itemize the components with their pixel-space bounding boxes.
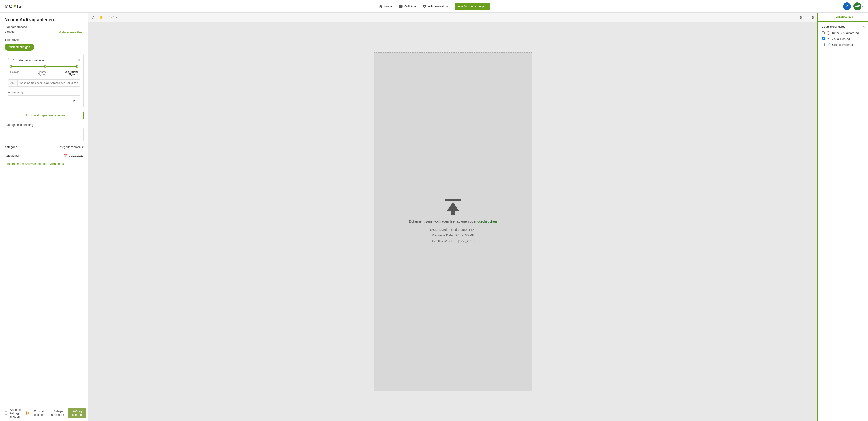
info-icon[interactable]: i — [26, 411, 29, 415]
user-menu[interactable]: AW ▾ — [854, 2, 864, 10]
vorlage-label: Vorlage — [4, 30, 14, 33]
logo-is: IS — [17, 3, 22, 9]
right-tabs: PLATZHALTER — [818, 13, 868, 22]
tab-platzhalter[interactable]: PLATZHALTER — [818, 13, 868, 22]
hand-tool-button[interactable]: ✋ — [98, 15, 104, 20]
upload-icon — [445, 199, 461, 216]
auftragsbeschreibung-label: Auftragsbeschreibung — [4, 123, 84, 126]
privat-row: privat — [8, 98, 80, 102]
vis-checkbox-none[interactable] — [822, 31, 825, 34]
vis-checkbox-vis[interactable] — [822, 37, 825, 40]
sig-labels: Freigabe EinfacheSignatur QualifizierteS… — [10, 71, 78, 76]
logo-mo: MO — [4, 3, 12, 9]
anmerkung-input[interactable] — [8, 89, 80, 96]
upload-arrow — [446, 202, 459, 211]
ablaufdatum-label: Ablaufdatum — [4, 154, 21, 157]
upload-top-bar — [445, 199, 461, 201]
logo: MO×IS — [4, 3, 22, 10]
empfaenger-doc-link[interactable]: Empfänger des unterschriebenen Dokuments — [4, 162, 64, 166]
kategorie-row: Kategorie Kategorie wählen ▾ — [4, 145, 84, 151]
send-button[interactable]: Auftrag senden — [68, 408, 86, 418]
entwurf-button[interactable]: Entwurf speichern — [31, 408, 47, 418]
upload-info: Diese Dateien sind erlaubt: PDF Maximale… — [430, 227, 475, 244]
decision-title: 1. Entscheidungsebene — [13, 59, 76, 62]
sig-dot-einfach — [42, 65, 46, 68]
nav-administration[interactable]: Administration — [423, 4, 448, 8]
home-icon — [379, 4, 383, 8]
close-decision-button[interactable]: × — [78, 58, 80, 62]
pdf-toolbar: A ✋ ‹ 1 / 1 ▾ › ⊕ ⛶ ⊖ — [88, 13, 817, 22]
an-row: AN: — [8, 79, 80, 87]
an-input[interactable] — [18, 80, 80, 86]
pdf-page-info: 1 / 1 — [109, 16, 115, 19]
kategorie-label: Kategorie — [4, 145, 17, 149]
standardprozess-label: Standardprozess — [4, 25, 84, 29]
right-panel: PLATZHALTER Visualisierungsart ∧ 🚫 Keine… — [818, 13, 868, 421]
help-button[interactable]: ? — [843, 2, 851, 10]
browse-link[interactable]: durchsuchen — [477, 219, 497, 223]
an-label: AN: — [8, 80, 18, 86]
logo-x: × — [13, 3, 16, 10]
add-level-button[interactable]: + Entscheidungsebene anlegen — [4, 111, 84, 119]
bottom-bar: Weiteren Auftrag anlegen i Entwurf speic… — [0, 405, 88, 421]
decision-card: ⠿ 1. Entscheidungsebene × Freigab — [4, 54, 84, 108]
pdf-content[interactable]: Dokument zum Hochladen hier ablegen oder… — [88, 22, 817, 421]
empfaenger-label: Empfänger* — [4, 38, 84, 41]
signature-slider[interactable]: Freigabe EinfacheSignatur QualifizierteS… — [8, 66, 80, 76]
vis-label-sheet: Unterschriftenblatt — [832, 43, 856, 47]
nav-links: Home Aufträge Administration + + Auftrag… — [32, 3, 836, 10]
main-layout: Neuen Auftrag anlegen Standardprozess Vo… — [0, 13, 868, 421]
page-title: Neuen Auftrag anlegen — [4, 17, 84, 23]
sig-label-qualifiziert: QualifizierteSignatur — [65, 71, 78, 76]
weiteren-checkbox[interactable] — [4, 412, 7, 415]
nav-auftraege[interactable]: Aufträge — [399, 4, 416, 8]
vorlage-button[interactable]: Vorlage speichern — [50, 408, 66, 418]
user-avatar[interactable]: AW — [854, 2, 861, 10]
privat-label: privat — [73, 98, 80, 102]
zoom-in-button[interactable]: ⊕ — [799, 15, 802, 20]
add-me-button[interactable]: Mich hinzufügen — [4, 43, 34, 51]
text-tool-button[interactable]: A — [92, 15, 95, 20]
auftragsbeschreibung-textarea[interactable] — [4, 128, 84, 142]
no-eye-icon: 🚫 — [827, 31, 830, 35]
ablaufdatum-value: 09.12.2023 — [69, 154, 84, 157]
left-panel-content: Neuen Auftrag anlegen Standardprozess Vo… — [0, 13, 88, 405]
sig-dot-qualifiziert — [75, 65, 78, 68]
vis-label-none: Keine Visualisierung — [832, 31, 859, 35]
chevron-down-kategorie-icon: ▾ — [82, 145, 84, 149]
upload-info-pdf: Diese Dateien sind erlaubt: PDF — [430, 227, 475, 233]
navbar: MO×IS Home Aufträge Administration + + A… — [0, 0, 868, 13]
fullscreen-button[interactable]: ⛶ — [805, 16, 809, 20]
decision-card-header: ⠿ 1. Entscheidungsebene × — [8, 58, 80, 63]
next-page-button[interactable]: › — [118, 16, 119, 20]
vis-option-sheet[interactable]: 📄 Unterschriftenblatt — [822, 43, 865, 47]
right-panel-content: Visualisierungsart ∧ 🚫 Keine Visualisier… — [818, 22, 868, 52]
drag-handle[interactable]: ⠿ — [8, 58, 11, 63]
privat-checkbox[interactable] — [68, 99, 71, 102]
doc-icon: 📄 — [827, 43, 830, 47]
chevron-down-icon: ▾ — [862, 5, 864, 8]
upload-arrow-shaft — [451, 210, 455, 215]
upload-info-size: Maximale Datei Größe: 50 MB — [430, 233, 475, 238]
sig-label-einfach: EinfacheSignatur — [38, 71, 46, 76]
vorlage-select-link[interactable]: Vorlage auswählen — [59, 31, 84, 34]
kategorie-value: Kategorie wählen — [58, 145, 81, 149]
pdf-page-dropdown-icon: ▾ — [116, 16, 117, 19]
zoom-out-button[interactable]: ⊖ — [811, 15, 814, 20]
collapse-icon[interactable]: ∧ — [863, 25, 865, 28]
nav-home[interactable]: Home — [379, 4, 393, 8]
gear-icon — [423, 4, 427, 8]
new-auftrag-button[interactable]: + + Auftrag anlegen — [455, 3, 490, 10]
vis-option-none[interactable]: 🚫 Keine Visualisierung — [822, 31, 865, 35]
ablauf-date: 📅 09.12.2023 — [64, 154, 84, 157]
pdf-drop-zone[interactable]: Dokument zum Hochladen hier ablegen oder… — [374, 52, 532, 391]
vis-checkbox-sheet[interactable] — [822, 43, 825, 46]
prev-page-button[interactable]: ‹ — [106, 16, 107, 20]
folder-icon — [399, 4, 403, 8]
navbar-right: ? AW ▾ — [843, 2, 864, 10]
sig-dot-freigabe — [10, 65, 13, 68]
pdf-nav: ‹ 1 / 1 ▾ › — [106, 16, 119, 20]
vis-option-vis[interactable]: 👁 Visualisierung — [822, 37, 865, 40]
kategorie-select[interactable]: Kategorie wählen ▾ — [58, 145, 84, 149]
vis-title: Visualisierungsart — [822, 25, 845, 28]
